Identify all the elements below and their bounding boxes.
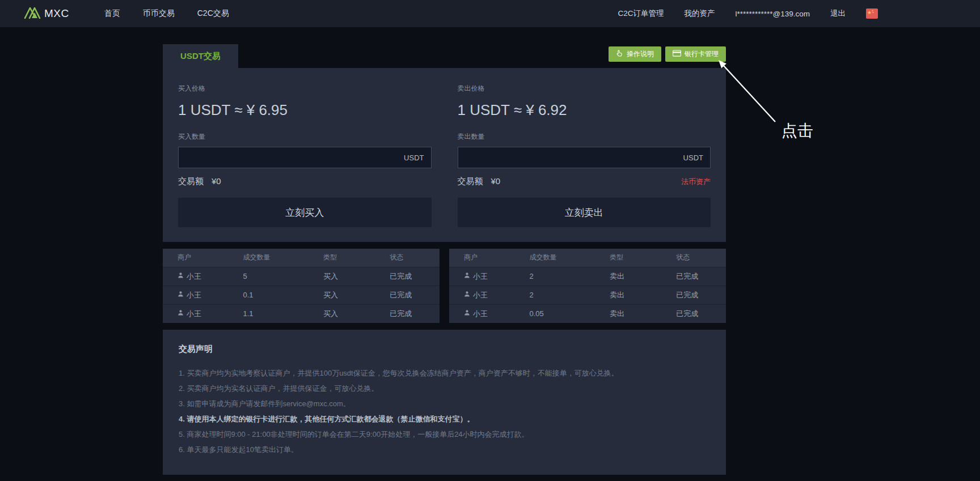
deal-status: 已完成 xyxy=(676,286,726,304)
deal-type: 买入 xyxy=(323,286,390,304)
person-icon xyxy=(464,309,470,318)
deal-status: 已完成 xyxy=(676,304,726,323)
deal-amount: 0.1 xyxy=(243,286,324,304)
bank-card-management-button[interactable]: 银行卡管理 xyxy=(665,46,726,62)
table-row: 小王 2 卖出 已完成 xyxy=(449,286,726,304)
merchant-name: 小王 xyxy=(187,290,201,300)
sell-unit-suffix: USDT xyxy=(683,154,703,162)
header-amount: 成交数量 xyxy=(530,249,610,267)
merchant-name: 小王 xyxy=(187,309,201,319)
person-icon xyxy=(178,309,184,318)
deal-type: 买入 xyxy=(323,267,390,286)
buy-amount-inputbox: USDT xyxy=(178,147,432,168)
sell-column: 卖出价格 1 USDT ≈ ¥ 6.92 卖出数量 USDT 交易额 ¥0 法币… xyxy=(458,84,711,227)
click-annotation-label: 点击 xyxy=(782,120,813,142)
navbar: MXC 首页 币币交易 C2C交易 C2C订单管理 我的资产 l********… xyxy=(0,0,980,27)
tab-usdt-trade[interactable]: USDT交易 xyxy=(163,44,238,68)
merchant-name: 小王 xyxy=(473,309,488,319)
nav-link-home[interactable]: 首页 xyxy=(104,8,120,19)
notice-item-emphasized: 4. 请使用本人绑定的银行卡进行汇款，其他任何方式汇款都会退款（禁止微信和支付宝… xyxy=(179,414,710,429)
header-amount: 成交数量 xyxy=(243,249,324,267)
mxc-logo[interactable]: MXC xyxy=(23,5,69,23)
fiat-assets-link[interactable]: 法币资产 xyxy=(681,177,711,187)
sell-total-row: 交易额 ¥0 法币资产 xyxy=(458,176,711,188)
logout-link[interactable]: 退出 xyxy=(830,8,846,19)
table-row: 小王 0.05 卖出 已完成 xyxy=(449,304,726,323)
deal-amount: 5 xyxy=(243,267,324,286)
notice-item: 2. 买卖商户均为实名认证商户，并提供保证金，可放心兑换。 xyxy=(179,384,710,399)
notice-item: 6. 单天最多只能发起10笔卖出订单。 xyxy=(179,445,710,460)
header-type: 类型 xyxy=(610,249,676,267)
header-merchant: 商户 xyxy=(449,249,530,267)
nav-link-spot-trade[interactable]: 币币交易 xyxy=(143,8,175,19)
deal-status: 已完成 xyxy=(390,304,440,323)
buy-total-label: 交易额 xyxy=(178,176,204,187)
person-icon xyxy=(178,291,184,299)
c2c-order-management-link[interactable]: C2C订单管理 xyxy=(618,8,664,19)
china-flag-icon[interactable] xyxy=(866,8,878,19)
sell-total-value: ¥0 xyxy=(491,176,501,186)
header-merchant: 商户 xyxy=(163,249,243,267)
header-type: 类型 xyxy=(323,249,390,267)
credit-card-icon xyxy=(673,50,681,58)
deal-status: 已完成 xyxy=(390,267,440,286)
nav-link-c2c-trade[interactable]: C2C交易 xyxy=(197,8,229,19)
trade-panel: 买入价格 1 USDT ≈ ¥ 6.95 买入数量 USDT 交易额 ¥0 立刻… xyxy=(163,68,726,242)
top-buttons: 操作说明 银行卡管理 xyxy=(609,46,726,62)
merchant-name: 小王 xyxy=(473,271,488,282)
mxc-logo-icon xyxy=(23,5,43,23)
my-assets-link[interactable]: 我的资产 xyxy=(684,8,715,19)
deal-amount: 2 xyxy=(530,286,610,304)
merchant-name: 小王 xyxy=(473,290,488,300)
trade-notice-title: 交易声明 xyxy=(179,344,710,355)
deal-type: 买入 xyxy=(323,304,390,323)
table-row: 小王 1.1 买入 已完成 xyxy=(163,304,440,323)
order-tables: 商户 成交数量 类型 状态 小王 5 买入 已完成 xyxy=(163,249,726,323)
guide-button-label: 操作说明 xyxy=(627,49,654,59)
buy-now-button[interactable]: 立刻买入 xyxy=(178,198,432,227)
table-row: 小王 2 卖出 已完成 xyxy=(449,267,726,286)
sell-total-label: 交易额 xyxy=(458,176,483,187)
buy-orders-table: 商户 成交数量 类型 状态 小王 5 买入 已完成 xyxy=(163,249,440,323)
buy-amount-label: 买入数量 xyxy=(178,132,432,142)
logo-text: MXC xyxy=(44,7,69,20)
deal-amount: 2 xyxy=(530,267,610,286)
trade-notice-panel: 交易声明 1. 买卖商户均为实地考察认证商户，并提供100万usdt保证金，您每… xyxy=(163,330,726,475)
sell-price-value: 1 USDT ≈ ¥ 6.92 xyxy=(458,101,711,120)
table-header-row: 商户 成交数量 类型 状态 xyxy=(449,249,726,267)
header-status: 状态 xyxy=(676,249,726,267)
guide-button[interactable]: 操作说明 xyxy=(609,46,661,62)
buy-total-value: ¥0 xyxy=(212,176,221,186)
nav-right: C2C订单管理 我的资产 l************@139.com 退出 xyxy=(618,8,878,19)
person-icon xyxy=(178,272,184,280)
sell-amount-input[interactable] xyxy=(465,153,683,162)
trade-notice-list: 1. 买卖商户均为实地考察认证商户，并提供100万usdt保证金，您每次兑换会冻… xyxy=(179,368,710,460)
deal-type: 卖出 xyxy=(610,286,676,304)
sell-now-button[interactable]: 立刻卖出 xyxy=(458,198,711,227)
deal-amount: 1.1 xyxy=(243,304,324,323)
deal-type: 卖出 xyxy=(610,267,676,286)
notice-item: 3. 如需申请成为商户请发邮件到service@mxc.com。 xyxy=(179,399,710,414)
buy-unit-suffix: USDT xyxy=(404,154,424,162)
account-email[interactable]: l************@139.com xyxy=(735,10,810,18)
sell-amount-label: 卖出数量 xyxy=(458,132,711,142)
person-icon xyxy=(464,272,470,280)
notice-item: 5. 商家处理时间9:00 - 21:00非处理时间的订单会在第二天9:00开始… xyxy=(179,429,710,445)
nav-links: 首页 币币交易 C2C交易 xyxy=(104,8,229,19)
sell-amount-inputbox: USDT xyxy=(458,147,711,168)
deal-type: 卖出 xyxy=(610,304,676,323)
deal-status: 已完成 xyxy=(676,267,726,286)
buy-price-value: 1 USDT ≈ ¥ 6.95 xyxy=(178,101,432,120)
deal-amount: 0.05 xyxy=(530,304,610,323)
sell-price-label: 卖出价格 xyxy=(458,84,711,93)
buy-amount-input[interactable] xyxy=(185,153,404,162)
merchant-name: 小王 xyxy=(187,271,201,282)
buy-price-label: 买入价格 xyxy=(178,84,432,93)
header-status: 状态 xyxy=(390,249,440,267)
notice-item: 1. 买卖商户均为实地考察认证商户，并提供100万usdt保证金，您每次兑换会冻… xyxy=(179,368,710,384)
page: MXC 首页 币币交易 C2C交易 C2C订单管理 我的资产 l********… xyxy=(0,0,980,481)
table-row: 小王 5 买入 已完成 xyxy=(163,267,440,286)
main-content: 操作说明 银行卡管理 USDT交易 买入价格 1 USDT ≈ ¥ 6.95 xyxy=(163,27,726,475)
buy-total-row: 交易额 ¥0 xyxy=(178,176,432,188)
table-row: 小王 0.1 买入 已完成 xyxy=(163,286,440,304)
